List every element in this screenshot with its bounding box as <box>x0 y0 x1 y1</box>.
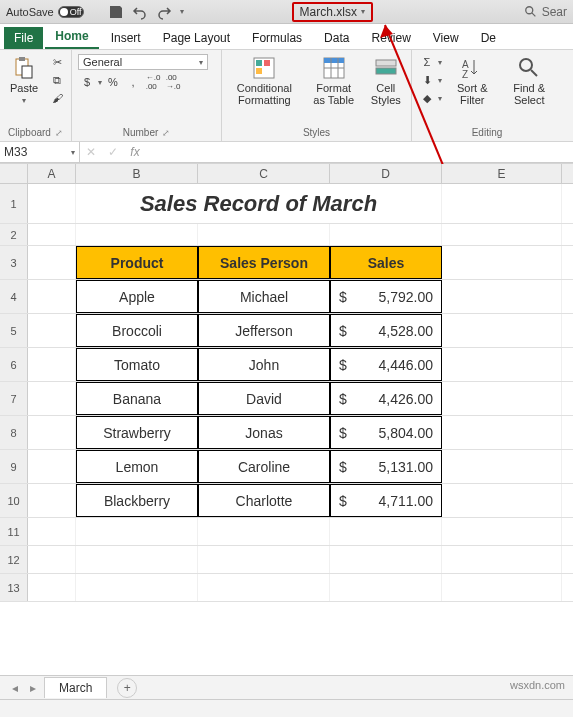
cell[interactable] <box>28 416 76 449</box>
cell-product[interactable]: Tomato <box>76 348 198 381</box>
enter-icon[interactable]: ✓ <box>102 145 124 159</box>
menu-file[interactable]: File <box>4 27 43 49</box>
cell[interactable] <box>198 518 330 545</box>
cell[interactable] <box>28 314 76 347</box>
cell[interactable] <box>442 382 562 415</box>
row-header[interactable]: 10 <box>0 484 28 517</box>
fx-icon[interactable]: fx <box>124 145 146 159</box>
dialog-launcher-icon[interactable]: ⤢ <box>162 128 170 138</box>
select-all-triangle[interactable] <box>0 164 28 183</box>
menu-home[interactable]: Home <box>45 25 98 49</box>
cell-person[interactable]: Jefferson <box>198 314 330 347</box>
cut-icon[interactable]: ✂ <box>48 54 66 70</box>
cell-product[interactable]: Apple <box>76 280 198 313</box>
decrease-decimal-button[interactable]: .00→.0 <box>164 74 182 90</box>
search-box[interactable]: Sear <box>524 5 567 19</box>
cell-person[interactable]: Michael <box>198 280 330 313</box>
col-header[interactable]: C <box>198 164 330 183</box>
cell[interactable] <box>442 518 562 545</box>
cell[interactable] <box>442 348 562 381</box>
cell[interactable] <box>330 518 442 545</box>
cell[interactable] <box>330 574 442 601</box>
cell[interactable] <box>442 280 562 313</box>
currency-button[interactable]: $ <box>78 74 96 90</box>
cell-person[interactable]: David <box>198 382 330 415</box>
header-product[interactable]: Product <box>76 246 198 279</box>
cell[interactable] <box>28 224 76 245</box>
row-header[interactable]: 1 <box>0 184 28 223</box>
title-cell[interactable]: Sales Record of March <box>76 184 442 223</box>
cancel-icon[interactable]: ✕ <box>80 145 102 159</box>
row-header[interactable]: 7 <box>0 382 28 415</box>
cell[interactable] <box>442 416 562 449</box>
cell-product[interactable]: Broccoli <box>76 314 198 347</box>
cell-person[interactable]: Caroline <box>198 450 330 483</box>
cell[interactable] <box>198 574 330 601</box>
menu-page-layout[interactable]: Page Layout <box>153 27 240 49</box>
cell-product[interactable]: Strawberry <box>76 416 198 449</box>
cell-product[interactable]: Blackberry <box>76 484 198 517</box>
cell-person[interactable]: Jonas <box>198 416 330 449</box>
cell[interactable] <box>76 546 198 573</box>
autosave-toggle[interactable]: AutoSave Off <box>6 6 100 18</box>
cell[interactable] <box>442 484 562 517</box>
cell[interactable] <box>28 518 76 545</box>
percent-button[interactable]: % <box>104 74 122 90</box>
autosum-icon[interactable]: Σ <box>418 54 436 70</box>
paste-button[interactable]: Paste ▾ <box>6 54 42 107</box>
menu-formulas[interactable]: Formulas <box>242 27 312 49</box>
undo-icon[interactable] <box>132 4 148 20</box>
row-header[interactable]: 8 <box>0 416 28 449</box>
find-select-button[interactable]: Find & Select <box>502 54 556 108</box>
row-header[interactable]: 13 <box>0 574 28 601</box>
cell[interactable] <box>442 314 562 347</box>
header-person[interactable]: Sales Person <box>198 246 330 279</box>
col-header[interactable]: B <box>76 164 198 183</box>
menu-developer[interactable]: De <box>471 27 506 49</box>
cell-sales[interactable]: $5,131.00 <box>330 450 442 483</box>
cell-sales[interactable]: $4,711.00 <box>330 484 442 517</box>
increase-decimal-button[interactable]: ←.0.00 <box>144 74 162 90</box>
comma-button[interactable]: , <box>124 74 142 90</box>
fill-icon[interactable]: ⬇ <box>418 72 436 88</box>
format-painter-icon[interactable]: 🖌 <box>48 90 66 106</box>
col-header[interactable]: E <box>442 164 562 183</box>
number-format-dropdown[interactable]: General ▾ <box>78 54 208 70</box>
row-header[interactable]: 9 <box>0 450 28 483</box>
sheet-nav-next-icon[interactable]: ▸ <box>26 681 40 695</box>
sort-filter-button[interactable]: AZ Sort & Filter <box>448 54 496 108</box>
cell[interactable] <box>330 546 442 573</box>
cell[interactable] <box>28 184 76 223</box>
cell-sales[interactable]: $4,528.00 <box>330 314 442 347</box>
save-icon[interactable] <box>108 4 124 20</box>
cell[interactable] <box>28 382 76 415</box>
qat-dropdown-icon[interactable]: ▾ <box>180 7 184 16</box>
row-header[interactable]: 4 <box>0 280 28 313</box>
cell-sales[interactable]: $4,426.00 <box>330 382 442 415</box>
row-header[interactable]: 5 <box>0 314 28 347</box>
filename-box[interactable]: March.xlsx ▾ <box>292 2 373 22</box>
cell-product[interactable]: Banana <box>76 382 198 415</box>
cell-product[interactable]: Lemon <box>76 450 198 483</box>
menu-review[interactable]: Review <box>361 27 420 49</box>
row-header[interactable]: 11 <box>0 518 28 545</box>
sheet-tab[interactable]: March <box>44 677 107 698</box>
menu-view[interactable]: View <box>423 27 469 49</box>
cell[interactable] <box>442 574 562 601</box>
cell[interactable] <box>76 224 198 245</box>
cell[interactable] <box>28 484 76 517</box>
row-header[interactable]: 2 <box>0 224 28 245</box>
cell-sales[interactable]: $5,804.00 <box>330 416 442 449</box>
cell[interactable] <box>76 574 198 601</box>
row-header[interactable]: 3 <box>0 246 28 279</box>
add-sheet-button[interactable]: + <box>117 678 137 698</box>
cell[interactable] <box>442 546 562 573</box>
cell[interactable] <box>442 450 562 483</box>
cell[interactable] <box>28 280 76 313</box>
col-header[interactable]: A <box>28 164 76 183</box>
dialog-launcher-icon[interactable]: ⤢ <box>55 128 63 138</box>
format-as-table-button[interactable]: Format as Table <box>307 54 361 108</box>
cell-person[interactable]: Charlotte <box>198 484 330 517</box>
copy-icon[interactable]: ⧉ <box>48 72 66 88</box>
redo-icon[interactable] <box>156 4 172 20</box>
